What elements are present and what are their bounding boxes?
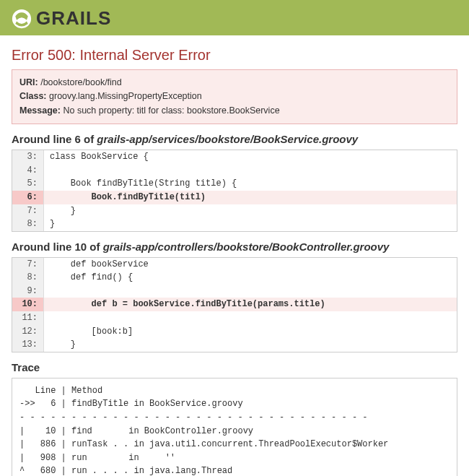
code-text: } xyxy=(44,338,457,352)
code-line: 12: [book:b] xyxy=(12,325,457,339)
snippet2-prefix: Around line 10 of xyxy=(12,241,103,253)
error-title: Error 500: Internal Server Error xyxy=(12,47,457,64)
line-number: 10: xyxy=(12,298,44,311)
message-label: Message: xyxy=(19,105,61,116)
code-text: } xyxy=(44,217,457,231)
code-line: 8:} xyxy=(12,217,457,231)
code-line: 4: xyxy=(12,164,457,178)
code-text xyxy=(44,285,457,298)
header-bar: GRAILS xyxy=(0,0,469,35)
code-text xyxy=(44,164,457,178)
code-line: 7: def bookService xyxy=(12,258,457,272)
line-number: 9: xyxy=(12,285,44,298)
grails-icon xyxy=(12,9,32,29)
line-number: 13: xyxy=(12,338,44,352)
code-line: 8: def find() { xyxy=(12,271,457,285)
code-line: 3:class BookService { xyxy=(12,150,457,164)
uri-label: URI: xyxy=(19,77,38,87)
error-uri-row: URI: /bookstore/book/find xyxy=(19,76,450,90)
line-number: 11: xyxy=(12,311,44,325)
snippet1-code: 3:class BookService {4:5: Book findByTit… xyxy=(12,150,457,232)
code-text: [book:b] xyxy=(44,325,457,339)
code-text: } xyxy=(44,204,457,218)
content-area: Error 500: Internal Server Error URI: /b… xyxy=(0,35,469,476)
code-line: 13: } xyxy=(12,338,457,352)
code-text: def bookService xyxy=(44,258,457,272)
line-number: 8: xyxy=(12,217,44,231)
error-details-box: URI: /bookstore/book/find Class: groovy.… xyxy=(12,69,457,124)
trace-title: Trace xyxy=(12,361,457,373)
line-number: 8: xyxy=(12,271,44,285)
line-number: 7: xyxy=(12,204,44,218)
line-number: 7: xyxy=(12,258,44,272)
code-line: 10: def b = bookService.findByTitle(para… xyxy=(12,298,457,311)
snippet1-file: grails-app/services/bookstore/BookServic… xyxy=(97,133,358,145)
code-text: Book.findByTitle(titl) xyxy=(44,191,457,204)
line-number: 4: xyxy=(12,164,44,178)
brand-text: GRAILS xyxy=(36,7,111,30)
trace-box: Line | Method ->> 6 | findByTitle in Boo… xyxy=(12,378,457,476)
code-text: def find() { xyxy=(44,271,457,285)
line-number: 6: xyxy=(12,191,44,204)
snippet1-title: Around line 6 of grails-app/services/boo… xyxy=(12,133,457,145)
line-number: 12: xyxy=(12,325,44,339)
message-value: No such property: titl for class: bookst… xyxy=(63,105,279,116)
error-message-row: Message: No such property: titl for clas… xyxy=(19,104,450,118)
code-text: Book findByTitle(String title) { xyxy=(44,177,457,191)
line-number: 5: xyxy=(12,177,44,191)
class-label: Class: xyxy=(19,91,47,101)
brand-logo: GRAILS xyxy=(12,7,457,30)
code-text xyxy=(44,311,457,325)
code-line: 9: xyxy=(12,285,457,298)
code-line: 11: xyxy=(12,311,457,325)
snippet2-file: grails-app/controllers/bookstore/BookCon… xyxy=(103,241,390,253)
snippet2-title: Around line 10 of grails-app/controllers… xyxy=(12,241,457,253)
code-text: def b = bookService.findByTitle(params.t… xyxy=(44,298,457,311)
line-number: 3: xyxy=(12,150,44,164)
code-text: class BookService { xyxy=(44,150,457,164)
uri-value: /bookstore/book/find xyxy=(40,77,122,87)
code-line: 6: Book.findByTitle(titl) xyxy=(12,191,457,204)
error-class-row: Class: groovy.lang.MissingPropertyExcept… xyxy=(19,90,450,103)
code-line: 7: } xyxy=(12,204,457,218)
snippet1-prefix: Around line 6 of xyxy=(12,133,97,145)
snippet2-code: 7: def bookService8: def find() {9:10: d… xyxy=(12,257,457,352)
code-line: 5: Book findByTitle(String title) { xyxy=(12,177,457,191)
class-value: groovy.lang.MissingPropertyException xyxy=(49,91,202,101)
